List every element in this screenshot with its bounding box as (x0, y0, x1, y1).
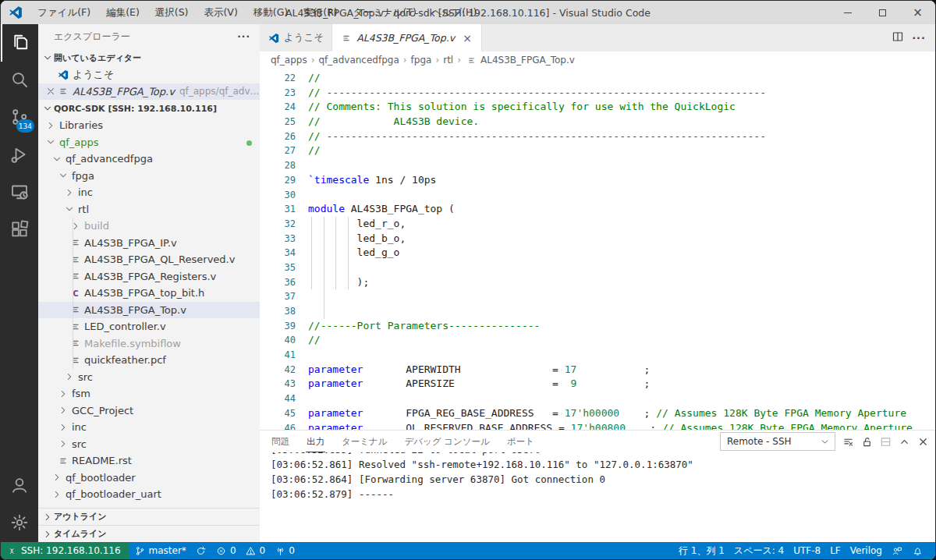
open-editor-item[interactable]: ようこそ (38, 66, 260, 83)
activity-run-debug-button[interactable] (1, 136, 38, 174)
indent-guide (324, 304, 324, 319)
close-icon[interactable] (917, 436, 929, 448)
status-error[interactable]: 0 (211, 542, 241, 559)
tree-file-LED_controller.v[interactable]: LED_controller.v (38, 318, 260, 335)
menu-item-表示[interactable]: 表示(V) (197, 1, 244, 24)
breadcrumb-file[interactable]: AL4S3B_FPGA_Top.v (465, 54, 575, 66)
panel-tab-問題[interactable]: 問題 (271, 431, 290, 452)
tab-close-icon[interactable]: × (461, 32, 473, 44)
activity-settings-button[interactable] (1, 505, 38, 542)
remote-status-indicator[interactable]: SSH: 192.168.10.116 (1, 542, 129, 559)
breadcrumb-item[interactable]: rtl (443, 55, 453, 66)
tree-folder-rtl[interactable]: rtl (38, 201, 260, 218)
status-label: LF (830, 545, 841, 556)
minimize-button[interactable] (830, 1, 865, 24)
tree-folder-qf_bootloader_uart[interactable]: qf_bootloader_uart (38, 486, 260, 503)
workspace-header[interactable]: QORC-SDK [SSH: 192.168.10.116] (38, 100, 260, 117)
status-行 1、列 1[interactable]: 行 1、列 1 (674, 542, 729, 559)
indent-guide (335, 275, 336, 290)
status-bell[interactable] (907, 542, 927, 559)
breadcrumb-separator: › (434, 55, 441, 66)
tree-folder-src[interactable]: src (38, 436, 260, 453)
status-スペース: 4[interactable]: スペース: 4 (729, 542, 789, 559)
maximize-button[interactable] (865, 1, 900, 24)
feedback-icon (892, 545, 902, 556)
tree-file-AL4S3B_FPGA_IP.v[interactable]: AL4S3B_FPGA_IP.v (38, 235, 260, 252)
menu-item-編集[interactable]: 編集(E) (99, 1, 147, 24)
editor-tab-ようこそ[interactable]: ようこそ (260, 24, 332, 51)
tree-folder-fsm[interactable]: fsm (38, 385, 260, 402)
panel-tab-デバッグ コンソール[interactable]: デバッグ コンソール (404, 431, 491, 452)
tree-folder-qf_bootloader[interactable]: qf_bootloader (38, 470, 260, 487)
status-UTF-8[interactable]: UTF-8 (789, 542, 825, 559)
tree-folder-inc[interactable]: inc (38, 419, 260, 436)
tree-file-AL4S3B_FPGA_top_bit.h[interactable]: CAL4S3B_FPGA_top_bit.h (38, 285, 260, 302)
menu-item-ファイル[interactable]: ファイル(F) (30, 1, 98, 24)
clear-output-icon[interactable] (842, 436, 854, 448)
status-git-branch[interactable]: master* (130, 542, 191, 559)
breadcrumb-item[interactable]: qf_apps (271, 55, 307, 66)
panel-tab-ポート[interactable]: ポート (506, 431, 535, 452)
file-icon (69, 253, 82, 266)
timeline-header[interactable]: タイムライン (38, 525, 260, 542)
status-feedback[interactable] (887, 542, 907, 559)
unlock-icon[interactable] (861, 436, 873, 448)
tree-file-AL4S3B_FPGA_Top.v[interactable]: AL4S3B_FPGA_Top.v (38, 302, 260, 319)
code-line: 28 (260, 158, 935, 173)
chevron-right-icon (63, 370, 76, 383)
activity-explorer-button[interactable] (1, 24, 38, 62)
menu-item-ターミナル[interactable]: ターミナル(T) (346, 1, 424, 24)
code-editor[interactable]: 22//23// -------------------------------… (260, 69, 935, 430)
output-channel-select[interactable]: Remote - SSH (720, 432, 835, 451)
output-log[interactable]: [03:06:52.855] Tunneled 22 to local port… (260, 452, 935, 542)
menu-item-ヘルプ[interactable]: ヘルプ(H) (425, 1, 484, 24)
breadcrumb-item[interactable]: fpga (411, 55, 432, 66)
split-icon[interactable] (880, 436, 892, 448)
panel-tab-出力[interactable]: 出力 (306, 431, 325, 452)
sidebar-more-button[interactable]: ··· (237, 31, 250, 42)
status-Verilog[interactable]: Verilog (846, 542, 887, 559)
open-editors-header[interactable]: 開いているエディター (38, 49, 260, 66)
activity-account-button[interactable] (1, 467, 38, 505)
activity-remote-explorer-button[interactable] (1, 174, 38, 211)
activity-source-control-button[interactable]: 134 (1, 99, 38, 136)
code-text (308, 304, 935, 319)
tree-folder-qf_advancedfpga[interactable]: qf_advancedfpga (38, 151, 260, 168)
tree-file-README.rst[interactable]: README.rst (38, 452, 260, 470)
tree-folder-build[interactable]: build (38, 218, 260, 235)
tree-folder-src[interactable]: src (38, 369, 260, 386)
tree-file-Makefile.symbiflow[interactable]: Makefile.symbiflow (38, 335, 260, 353)
activity-extensions-button[interactable] (1, 211, 38, 249)
tree-file-AL4S3B_FPGA_Registers.v[interactable]: AL4S3B_FPGA_Registers.v (38, 268, 260, 285)
tree-folder-inc[interactable]: inc (38, 184, 260, 201)
tree-folder-GCC_Project[interactable]: GCC_Project (38, 402, 260, 420)
status-warning[interactable]: 0 (241, 542, 271, 559)
status-LF[interactable]: LF (825, 542, 846, 559)
indent-guide (324, 275, 324, 290)
more-actions-icon[interactable]: ··· (912, 32, 926, 44)
tree-folder-qf_apps[interactable]: qf_apps (38, 134, 260, 151)
close-button[interactable]: × (900, 1, 935, 24)
breadcrumb-item[interactable]: qf_advancedfpga (319, 55, 399, 66)
chevron-up-icon[interactable] (899, 436, 910, 448)
tree-file-quickfeather.pcf[interactable]: quickfeather.pcf (38, 352, 260, 369)
menu-item-実行[interactable]: 実行(R) (296, 1, 344, 24)
menu-item-移動[interactable]: 移動(G) (246, 1, 295, 24)
panel-tab-ターミナル[interactable]: ターミナル (341, 431, 388, 452)
editor-tab-AL4S3B_FPGA_Top.v[interactable]: AL4S3B_FPGA_Top.v× (332, 24, 482, 51)
tree-folder-fpga[interactable]: fpga (38, 168, 260, 185)
tree-folder-Libraries[interactable]: Libraries (38, 117, 260, 134)
tree-file-AL4S3B_FPGA_QL_Reserved.v[interactable]: AL4S3B_FPGA_QL_Reserved.v (38, 251, 260, 268)
indent-guide (348, 217, 349, 232)
status-sync[interactable] (191, 542, 211, 559)
open-editor-item[interactable]: AL4S3B_FPGA_Top.vqf_apps/qf_advan... (38, 83, 260, 101)
indent-guide (324, 232, 324, 246)
menu-item-選択[interactable]: 選択(S) (148, 1, 196, 24)
code-line: 24// Comments: This solution is specific… (260, 100, 935, 115)
chevron-down-icon (41, 51, 54, 64)
status-ports[interactable]: 0 (270, 542, 300, 559)
split-editor-icon[interactable] (892, 30, 904, 45)
outline-header[interactable]: アウトライン (38, 508, 260, 525)
close-icon[interactable] (44, 85, 57, 97)
activity-search-button[interactable] (1, 62, 38, 99)
